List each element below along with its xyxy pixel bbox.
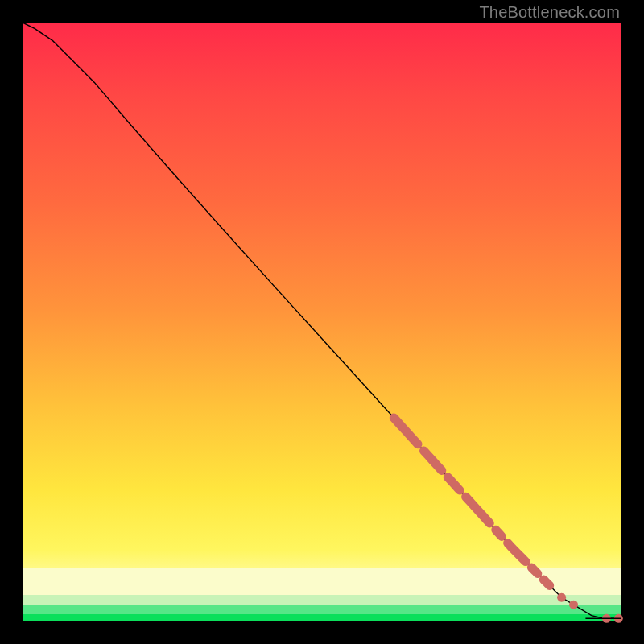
watermark-text: TheBottleneck.com <box>479 3 620 22</box>
highlight-segment <box>394 418 418 444</box>
chart-stage: TheBottleneck.com <box>0 0 644 644</box>
highlight-segment <box>508 543 526 562</box>
highlight-segment <box>466 497 490 523</box>
chart-overlay-svg <box>23 23 621 621</box>
highlight-segment <box>496 530 502 536</box>
highlight-segment <box>448 477 460 490</box>
highlight-dot <box>557 593 566 602</box>
bottleneck-curve-path <box>23 23 621 618</box>
highlight-segment <box>543 580 549 586</box>
highlight-segments <box>394 418 549 585</box>
highlight-segment <box>531 568 537 574</box>
plot-area <box>23 23 621 621</box>
highlight-dot <box>569 601 578 609</box>
highlight-segment <box>424 451 442 471</box>
